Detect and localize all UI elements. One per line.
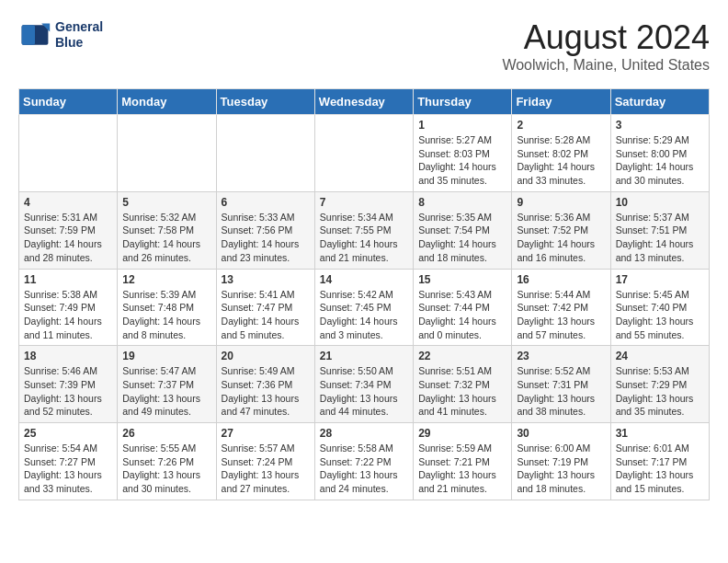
day-number: 13 xyxy=(222,273,310,286)
day-info: Sunrise: 5:58 AM Sunset: 7:22 PM Dayligh… xyxy=(320,442,408,496)
calendar-day-cell: 22Sunrise: 5:51 AM Sunset: 7:32 PM Dayli… xyxy=(414,346,512,423)
calendar-day-cell: 17Sunrise: 5:45 AM Sunset: 7:40 PM Dayli… xyxy=(610,269,709,346)
header-day: Tuesday xyxy=(216,89,314,115)
day-info: Sunrise: 5:51 AM Sunset: 7:32 PM Dayligh… xyxy=(418,364,506,419)
day-info: Sunrise: 5:52 AM Sunset: 7:31 PM Dayligh… xyxy=(517,364,605,419)
calendar-week-row: 18Sunrise: 5:46 AM Sunset: 7:39 PM Dayli… xyxy=(19,346,710,423)
day-number: 11 xyxy=(24,273,112,286)
calendar-day-cell: 18Sunrise: 5:46 AM Sunset: 7:39 PM Dayli… xyxy=(19,346,118,423)
calendar-day-cell: 5Sunrise: 5:32 AM Sunset: 7:58 PM Daylig… xyxy=(118,191,216,269)
calendar-day-cell: 1Sunrise: 5:27 AM Sunset: 8:03 PM Daylig… xyxy=(414,115,512,192)
day-info: Sunrise: 5:34 AM Sunset: 7:55 PM Dayligh… xyxy=(320,211,408,265)
day-number: 16 xyxy=(517,273,605,286)
calendar-day-cell xyxy=(314,115,413,192)
calendar-day-cell: 26Sunrise: 5:55 AM Sunset: 7:26 PM Dayli… xyxy=(118,423,216,500)
calendar-day-cell: 3Sunrise: 5:29 AM Sunset: 8:00 PM Daylig… xyxy=(610,115,709,192)
calendar-day-cell: 29Sunrise: 5:59 AM Sunset: 7:21 PM Dayli… xyxy=(414,423,512,500)
day-info: Sunrise: 5:54 AM Sunset: 7:27 PM Dayligh… xyxy=(24,442,112,496)
day-info: Sunrise: 5:45 AM Sunset: 7:40 PM Dayligh… xyxy=(616,288,704,342)
calendar-day-cell: 24Sunrise: 5:53 AM Sunset: 7:29 PM Dayli… xyxy=(610,346,709,423)
day-number: 3 xyxy=(616,119,704,132)
day-info: Sunrise: 5:31 AM Sunset: 7:59 PM Dayligh… xyxy=(24,211,112,265)
calendar-day-cell: 15Sunrise: 5:43 AM Sunset: 7:44 PM Dayli… xyxy=(414,269,512,346)
day-info: Sunrise: 5:39 AM Sunset: 7:48 PM Dayligh… xyxy=(122,288,210,342)
calendar-week-row: 25Sunrise: 5:54 AM Sunset: 7:27 PM Dayli… xyxy=(19,423,710,500)
day-info: Sunrise: 5:41 AM Sunset: 7:47 PM Dayligh… xyxy=(222,288,310,342)
day-number: 2 xyxy=(517,119,605,132)
day-number: 25 xyxy=(24,427,112,440)
day-number: 22 xyxy=(418,350,506,362)
calendar-day-cell: 28Sunrise: 5:58 AM Sunset: 7:22 PM Dayli… xyxy=(314,423,413,500)
day-number: 20 xyxy=(222,350,310,362)
day-info: Sunrise: 5:49 AM Sunset: 7:36 PM Dayligh… xyxy=(222,364,310,419)
calendar-week-row: 11Sunrise: 5:38 AM Sunset: 7:49 PM Dayli… xyxy=(19,269,710,346)
calendar-day-cell: 9Sunrise: 5:36 AM Sunset: 7:52 PM Daylig… xyxy=(512,191,610,269)
calendar-table: SundayMondayTuesdayWednesdayThursdayFrid… xyxy=(18,88,710,500)
day-number: 5 xyxy=(122,196,210,209)
header-day: Wednesday xyxy=(314,89,413,115)
calendar-day-cell: 13Sunrise: 5:41 AM Sunset: 7:47 PM Dayli… xyxy=(216,269,314,346)
day-number: 28 xyxy=(320,427,408,440)
svg-rect-2 xyxy=(22,25,35,45)
calendar-day-cell: 11Sunrise: 5:38 AM Sunset: 7:49 PM Dayli… xyxy=(19,269,118,346)
day-number: 19 xyxy=(122,350,210,362)
calendar-day-cell: 23Sunrise: 5:52 AM Sunset: 7:31 PM Dayli… xyxy=(512,346,610,423)
day-number: 23 xyxy=(517,350,605,362)
day-number: 26 xyxy=(122,427,210,440)
day-info: Sunrise: 5:27 AM Sunset: 8:03 PM Dayligh… xyxy=(418,133,506,188)
day-number: 24 xyxy=(616,350,704,362)
calendar-day-cell: 25Sunrise: 5:54 AM Sunset: 7:27 PM Dayli… xyxy=(19,423,118,500)
header-day: Friday xyxy=(512,89,610,115)
day-number: 31 xyxy=(616,427,704,440)
header-day: Saturday xyxy=(610,89,709,115)
day-number: 15 xyxy=(418,273,506,286)
calendar-day-cell: 12Sunrise: 5:39 AM Sunset: 7:48 PM Dayli… xyxy=(118,269,216,346)
day-info: Sunrise: 5:57 AM Sunset: 7:24 PM Dayligh… xyxy=(222,442,310,496)
main-title: August 2024 xyxy=(502,18,710,57)
day-number: 29 xyxy=(418,427,506,440)
day-number: 14 xyxy=(320,273,408,286)
day-number: 21 xyxy=(320,350,408,362)
logo-icon xyxy=(18,18,51,52)
calendar-day-cell: 27Sunrise: 5:57 AM Sunset: 7:24 PM Dayli… xyxy=(216,423,314,500)
day-number: 7 xyxy=(320,196,408,209)
day-number: 12 xyxy=(122,273,210,286)
calendar-day-cell: 14Sunrise: 5:42 AM Sunset: 7:45 PM Dayli… xyxy=(314,269,413,346)
day-number: 10 xyxy=(616,196,704,209)
calendar-header: SundayMondayTuesdayWednesdayThursdayFrid… xyxy=(19,89,710,115)
logo: General Blue xyxy=(18,18,103,52)
calendar-week-row: 1Sunrise: 5:27 AM Sunset: 8:03 PM Daylig… xyxy=(19,115,710,192)
page-header: General Blue August 2024 Woolwich, Maine… xyxy=(18,18,710,74)
calendar-day-cell: 7Sunrise: 5:34 AM Sunset: 7:55 PM Daylig… xyxy=(314,191,413,269)
calendar-day-cell xyxy=(19,115,118,192)
day-number: 27 xyxy=(222,427,310,440)
logo-line2: Blue xyxy=(55,35,103,51)
day-info: Sunrise: 5:43 AM Sunset: 7:44 PM Dayligh… xyxy=(418,288,506,342)
day-number: 6 xyxy=(222,196,310,209)
header-day: Sunday xyxy=(19,89,118,115)
calendar-day-cell xyxy=(216,115,314,192)
day-info: Sunrise: 5:33 AM Sunset: 7:56 PM Dayligh… xyxy=(222,211,310,265)
day-info: Sunrise: 5:32 AM Sunset: 7:58 PM Dayligh… xyxy=(122,211,210,265)
day-info: Sunrise: 5:50 AM Sunset: 7:34 PM Dayligh… xyxy=(320,364,408,419)
calendar-day-cell: 8Sunrise: 5:35 AM Sunset: 7:54 PM Daylig… xyxy=(414,191,512,269)
day-info: Sunrise: 5:36 AM Sunset: 7:52 PM Dayligh… xyxy=(517,211,605,265)
day-info: Sunrise: 5:55 AM Sunset: 7:26 PM Dayligh… xyxy=(122,442,210,496)
day-number: 8 xyxy=(418,196,506,209)
day-info: Sunrise: 5:44 AM Sunset: 7:42 PM Dayligh… xyxy=(517,288,605,342)
subtitle: Woolwich, Maine, United States xyxy=(502,57,710,74)
day-number: 9 xyxy=(517,196,605,209)
header-day: Thursday xyxy=(414,89,512,115)
calendar-week-row: 4Sunrise: 5:31 AM Sunset: 7:59 PM Daylig… xyxy=(19,191,710,269)
day-number: 30 xyxy=(517,427,605,440)
day-info: Sunrise: 6:01 AM Sunset: 7:17 PM Dayligh… xyxy=(616,442,704,496)
day-info: Sunrise: 5:35 AM Sunset: 7:54 PM Dayligh… xyxy=(418,211,506,265)
calendar-day-cell: 10Sunrise: 5:37 AM Sunset: 7:51 PM Dayli… xyxy=(610,191,709,269)
day-number: 18 xyxy=(24,350,112,362)
day-info: Sunrise: 5:29 AM Sunset: 8:00 PM Dayligh… xyxy=(616,133,704,188)
logo-text: General Blue xyxy=(55,19,103,51)
calendar-body: 1Sunrise: 5:27 AM Sunset: 8:03 PM Daylig… xyxy=(19,115,710,500)
day-number: 4 xyxy=(24,196,112,209)
calendar-day-cell: 6Sunrise: 5:33 AM Sunset: 7:56 PM Daylig… xyxy=(216,191,314,269)
calendar-day-cell xyxy=(118,115,216,192)
